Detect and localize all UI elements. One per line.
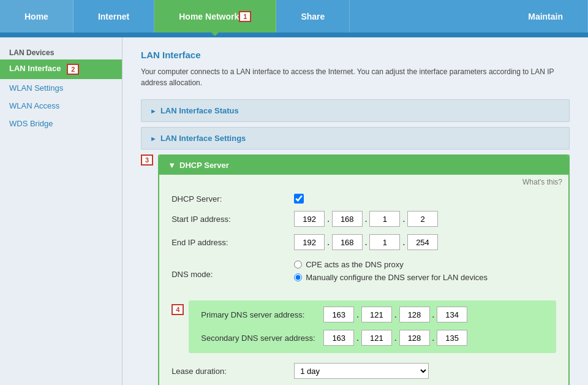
end-ip-2[interactable] xyxy=(332,234,363,250)
lease-duration-value: 1 day 2 days 3 days 7 days Forever xyxy=(294,363,429,379)
sidebar: LAN Devices LAN Interface 2 WLAN Setting… xyxy=(0,37,123,385)
whats-this-link[interactable]: What's this? xyxy=(522,178,562,186)
top-nav: Home Internet Home Network 1 Share Maint… xyxy=(0,0,588,32)
end-ip-label: End IP address: xyxy=(172,238,294,247)
start-ip-1[interactable] xyxy=(294,211,325,227)
sidebar-item-wds-bridge[interactable]: WDS Bridge xyxy=(0,115,122,132)
end-ip-4[interactable] xyxy=(407,234,438,250)
end-ip-row: End IP address: . . . xyxy=(172,234,556,250)
dhcp-server-label: DHCP Server: xyxy=(172,194,294,204)
tab-share[interactable]: Share xyxy=(276,0,350,32)
annotation-badge-1: 1 xyxy=(239,11,251,22)
secondary-dns-4[interactable] xyxy=(437,330,467,346)
dhcp-server-panel: ▼ DHCP Server What's this? DHCP Server: xyxy=(158,154,570,385)
dns-mode-label: DNS mode: xyxy=(172,270,294,279)
dhcp-server-header[interactable]: ▼ DHCP Server xyxy=(159,156,568,175)
dhcp-server-row: DHCP Server: xyxy=(172,194,556,204)
tab-maintain[interactable]: Maintain xyxy=(503,0,588,32)
arrow-icon-2: ► xyxy=(150,135,157,142)
whats-this-container: What's this? xyxy=(159,175,568,188)
secondary-dns-1[interactable] xyxy=(323,330,354,346)
sidebar-item-wlan-access[interactable]: WLAN Access xyxy=(0,97,122,115)
dns-option-1-row: CPE acts as the DNS proxy xyxy=(294,260,488,269)
lan-interface-status-panel[interactable]: ► LAN Interface Status xyxy=(141,99,570,122)
annotation-badge-3: 3 xyxy=(141,154,153,166)
dns-option-2-label: Manually configure the DNS server for LA… xyxy=(306,273,488,282)
content-area: LAN Interface Your computer connects to … xyxy=(123,37,588,385)
start-ip-value: . . . xyxy=(294,211,438,227)
lease-duration-row: Lease duration: 1 day 2 days 3 days 7 da… xyxy=(172,363,556,379)
annotation-badge-2: 2 xyxy=(67,64,79,75)
primary-dns-4[interactable] xyxy=(437,307,467,322)
primary-dns-value: . . . xyxy=(323,307,467,322)
dns-radio-group: CPE acts as the DNS proxy Manually confi… xyxy=(294,257,488,291)
dns-option-1-label: CPE acts as the DNS proxy xyxy=(306,260,404,269)
primary-dns-2[interactable] xyxy=(361,307,392,322)
dns-highlight-section: Primary DNS server address: . . . xyxy=(189,300,556,353)
arrow-icon: ► xyxy=(150,107,157,115)
dns-mode-row: DNS mode: CPE acts as the DNS proxy Manu… xyxy=(172,257,556,291)
end-ip-value: . . . xyxy=(294,234,438,250)
start-ip-row: Start IP address: . . . xyxy=(172,211,556,227)
primary-dns-1[interactable] xyxy=(323,307,354,322)
page-description: Your computer connects to a LAN interfac… xyxy=(141,66,570,88)
lan-interface-settings-panel[interactable]: ► LAN Interface Settings xyxy=(141,127,570,150)
lan-interface-status-header[interactable]: ► LAN Interface Status xyxy=(141,100,569,121)
arrow-down-icon: ▼ xyxy=(168,161,176,170)
lease-duration-select[interactable]: 1 day 2 days 3 days 7 days Forever xyxy=(294,363,429,379)
start-ip-4[interactable] xyxy=(407,211,438,227)
end-ip-3[interactable] xyxy=(369,234,400,250)
dhcp-server-value xyxy=(294,194,304,204)
primary-dns-row: Primary DNS server address: . . . xyxy=(201,307,544,322)
lease-duration-label: Lease duration: xyxy=(172,367,294,376)
start-ip-3[interactable] xyxy=(369,211,400,227)
dns-option-1-radio[interactable] xyxy=(294,261,302,269)
tab-home[interactable]: Home xyxy=(0,0,74,32)
start-ip-label: Start IP address: xyxy=(172,215,294,224)
page-title: LAN Interface xyxy=(141,50,570,60)
blue-accent-bar xyxy=(0,32,588,37)
end-ip-1[interactable] xyxy=(294,234,325,250)
dhcp-content: DHCP Server: Start IP address: . . xyxy=(159,188,568,385)
dns-option-2-row: Manually configure the DNS server for LA… xyxy=(294,273,488,282)
start-ip-2[interactable] xyxy=(332,211,363,227)
sidebar-item-lan-interface[interactable]: LAN Interface 2 xyxy=(0,59,122,79)
secondary-dns-row: Secondary DNS server address: . . . xyxy=(201,330,544,346)
sidebar-section-title: LAN Devices xyxy=(0,44,122,59)
primary-dns-3[interactable] xyxy=(399,307,430,322)
lan-interface-settings-header[interactable]: ► LAN Interface Settings xyxy=(141,128,569,149)
primary-dns-label: Primary DNS server address: xyxy=(201,310,323,319)
dns-option-2-radio[interactable] xyxy=(294,273,302,281)
tab-home-network[interactable]: Home Network 1 xyxy=(154,0,276,32)
secondary-dns-value: . . . xyxy=(323,330,467,346)
main-layout: LAN Devices LAN Interface 2 WLAN Setting… xyxy=(0,37,588,385)
dhcp-server-checkbox[interactable] xyxy=(294,194,304,204)
secondary-dns-3[interactable] xyxy=(399,330,430,346)
secondary-dns-label: Secondary DNS server address: xyxy=(201,334,323,343)
annotation-badge-4: 4 xyxy=(172,304,184,315)
tab-internet[interactable]: Internet xyxy=(74,0,154,32)
secondary-dns-2[interactable] xyxy=(361,330,392,346)
sidebar-item-wlan-settings[interactable]: WLAN Settings xyxy=(0,79,122,97)
